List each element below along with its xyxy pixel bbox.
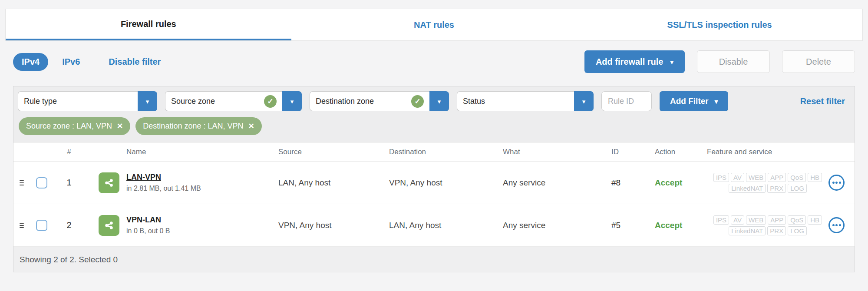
add-firewall-rule-button[interactable]: Add firewall rule ▾ <box>584 50 685 73</box>
feature-badge: WEB <box>746 215 766 225</box>
tab-bar: Firewall rules NAT rules SSL/TLS inspect… <box>5 9 863 41</box>
ipv6-toggle[interactable]: IPv6 <box>62 57 80 67</box>
source-zone-label: Source zone <box>171 97 215 106</box>
filter-chip-source-zone: Source zone : LAN, VPN ✕ <box>19 117 130 135</box>
feature-badges-line1: IPS AV WEB APP QoS HB <box>713 173 822 182</box>
destination-zone-dropdown-value: Destination zone ✓ <box>310 91 429 111</box>
showing-status: Showing 2 of 2. Selected 0 <box>20 255 118 265</box>
feature-badge: QoS <box>788 215 806 225</box>
delete-button[interactable]: Delete <box>782 50 855 73</box>
status-dropdown[interactable]: Status ▾ <box>457 91 594 111</box>
table-header-row: # Name Source Destination What ID Action… <box>13 142 855 162</box>
chip-label: Source zone : LAN, VPN <box>26 122 112 131</box>
check-circle-icon: ✓ <box>411 95 424 108</box>
rule-name-cell: VPN-LAN in 0 B, out 0 B <box>126 215 278 235</box>
disable-filter-link[interactable]: Disable filter <box>109 57 161 67</box>
feature-badges: IPS AV WEB APP QoS HB LinkedNAT PRX LOG <box>707 173 828 193</box>
chevron-down-icon: ▾ <box>290 98 294 105</box>
row-checkbox[interactable] <box>36 177 47 188</box>
close-icon[interactable]: ✕ <box>248 122 254 131</box>
rule-id: #5 <box>611 221 655 230</box>
feature-badge: HB <box>808 173 822 182</box>
rule-action: Accept <box>655 221 707 230</box>
feature-badge: HB <box>808 215 822 225</box>
table-row: 1 LAN-VPN in 2.81 MB, out 1.41 MB LAN, A… <box>13 162 855 204</box>
chip-label: Destination zone : LAN, VPN <box>143 122 243 131</box>
add-filter-label: Add Filter <box>670 96 709 106</box>
filter-panel: Rule type ▾ Source zone ✓ ▾ Destination … <box>13 86 855 142</box>
feature-badge: APP <box>768 173 786 182</box>
header-source: Source <box>278 148 389 156</box>
share-network-icon <box>99 172 119 193</box>
table-footer: Showing 2 of 2. Selected 0 <box>13 247 855 272</box>
source-zone-dropdown[interactable]: Source zone ✓ ▾ <box>165 91 302 111</box>
tab-ssl-tls-inspection-rules[interactable]: SSL/TLS inspection rules <box>577 9 862 40</box>
rule-traffic: in 2.81 MB, out 1.41 MB <box>126 185 278 192</box>
feature-badges-line2: LinkedNAT PRX LOG <box>729 184 807 193</box>
close-icon[interactable]: ✕ <box>117 122 123 131</box>
feature-badge: WEB <box>746 173 766 182</box>
reset-filter-link[interactable]: Reset filter <box>800 96 845 106</box>
feature-badge: LinkedNAT <box>729 226 766 235</box>
rule-traffic: in 0 B, out 0 B <box>126 227 278 235</box>
more-actions-button[interactable] <box>828 217 845 233</box>
rule-name-link[interactable]: LAN-VPN <box>126 173 278 182</box>
feature-badge: AV <box>731 215 744 225</box>
add-firewall-rule-label: Add firewall rule <box>596 57 663 67</box>
row-checkbox[interactable] <box>36 220 47 231</box>
drag-handle-icon[interactable] <box>20 180 31 185</box>
status-dropdown-button[interactable]: ▾ <box>574 91 594 111</box>
chevron-down-icon: ▾ <box>715 98 718 105</box>
share-network-icon <box>99 215 119 236</box>
destination-zone-dropdown-button[interactable]: ▾ <box>429 91 449 111</box>
feature-badges: IPS AV WEB APP QoS HB LinkedNAT PRX LOG <box>707 215 828 235</box>
header-action: Action <box>655 148 707 156</box>
feature-badge: AV <box>731 173 744 182</box>
rule-type-dropdown[interactable]: Rule type ▾ <box>18 91 157 111</box>
ipv4-toggle[interactable]: IPv4 <box>13 53 48 71</box>
header-name: Name <box>126 148 278 156</box>
feature-badge: LOG <box>788 226 807 235</box>
feature-badge: PRX <box>767 226 786 235</box>
feature-badge: QoS <box>788 173 806 182</box>
table-row: 2 VPN-LAN in 0 B, out 0 B VPN, Any host … <box>13 204 855 247</box>
destination-zone-label: Destination zone <box>316 97 374 106</box>
firewall-rules-table: # Name Source Destination What ID Action… <box>13 142 855 247</box>
rule-id: #8 <box>611 178 655 188</box>
status-label: Status <box>463 97 485 106</box>
tab-firewall-rules[interactable]: Firewall rules <box>6 9 291 40</box>
header-num: # <box>55 148 83 156</box>
rule-source: VPN, Any host <box>278 221 389 230</box>
feature-badge: IPS <box>713 173 729 182</box>
rule-type-dropdown-value: Rule type <box>18 91 138 111</box>
toolbar: IPv4 IPv6 Disable filter Add firewall ru… <box>13 50 855 73</box>
source-zone-dropdown-value: Source zone ✓ <box>165 91 282 111</box>
chevron-down-icon: ▾ <box>670 59 673 65</box>
source-zone-dropdown-button[interactable]: ▾ <box>282 91 302 111</box>
rule-what: Any service <box>503 221 611 230</box>
header-what: What <box>503 148 611 156</box>
feature-badge: PRX <box>767 184 786 193</box>
add-filter-button[interactable]: Add Filter ▾ <box>660 91 728 111</box>
check-circle-icon: ✓ <box>264 95 277 108</box>
filter-chips-row: Source zone : LAN, VPN ✕ Destination zon… <box>13 116 855 142</box>
rule-type-dropdown-button[interactable]: ▾ <box>138 91 157 111</box>
rule-id-input[interactable] <box>601 91 652 111</box>
header-id: ID <box>611 148 655 156</box>
tab-nat-rules[interactable]: NAT rules <box>291 9 577 40</box>
filter-chip-destination-zone: Destination zone : LAN, VPN ✕ <box>135 117 261 135</box>
disable-button[interactable]: Disable <box>697 50 770 73</box>
rule-destination: VPN, Any host <box>389 178 503 188</box>
filter-row: Rule type ▾ Source zone ✓ ▾ Destination … <box>13 86 855 116</box>
more-actions-button[interactable] <box>828 175 845 191</box>
drag-handle-icon[interactable] <box>20 223 31 228</box>
chevron-down-icon: ▾ <box>582 98 586 105</box>
rule-name-link[interactable]: VPN-LAN <box>126 215 278 225</box>
feature-badge: LOG <box>788 184 807 193</box>
rule-source: LAN, Any host <box>278 178 389 188</box>
rule-destination: LAN, Any host <box>389 221 503 230</box>
row-number: 2 <box>55 220 83 230</box>
status-dropdown-value: Status <box>457 91 574 111</box>
rule-action: Accept <box>655 178 707 188</box>
destination-zone-dropdown[interactable]: Destination zone ✓ ▾ <box>310 91 449 111</box>
